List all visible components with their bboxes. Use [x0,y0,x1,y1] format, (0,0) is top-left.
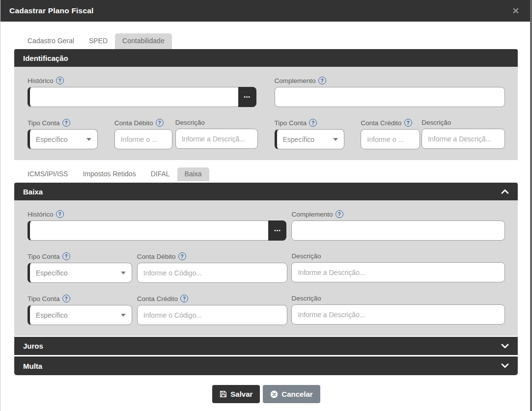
tab-difal[interactable]: DIFAL [143,167,177,181]
baixa-title: Baixa [23,188,43,196]
descricao-credito-input[interactable] [421,129,505,149]
tipo-conta-label: Tipo Conta [28,119,60,127]
descricao-credito-input[interactable] [291,304,505,325]
chevron-down-icon [333,138,338,141]
historico-lookup-button[interactable]: ••• [268,220,286,241]
tipo-conta-debito-select[interactable]: Específico [28,263,132,283]
tab-contabilidade[interactable]: Contabilidade [115,33,172,49]
conta-credito-label: Conta Crédito [361,119,401,127]
help-icon[interactable]: ? [156,119,164,127]
baixa-header[interactable]: Baixa [14,183,518,200]
tipo-conta-credito-select[interactable]: Específico [275,129,345,149]
tipo-conta-debito-select[interactable]: Específico [28,129,98,149]
help-icon[interactable]: ? [178,252,186,260]
window-edge [530,0,532,411]
chevron-down-icon [86,138,91,141]
footer: Salvar Cancelar [0,385,532,403]
chevron-down-icon [501,363,509,368]
help-icon[interactable]: ? [180,295,188,302]
descricao-label: Descrição [175,119,205,126]
tipo-conta-credito-select[interactable]: Específico [28,305,132,325]
juros-title: Juros [23,342,43,350]
accordion-multa[interactable]: Multa [14,356,518,375]
help-icon[interactable]: ? [56,77,64,84]
field-historico: Histórico ? ••• [28,210,286,241]
conta-credito-input[interactable] [361,129,420,149]
save-icon [220,390,227,398]
tab-sped[interactable]: SPED [82,33,115,49]
identificacao-title: Identificação [23,54,68,62]
save-button-label: Salvar [230,390,252,398]
tab-baixa[interactable]: Baixa [177,167,209,181]
help-icon[interactable]: ? [62,252,70,260]
section-baixa: Baixa Histórico ? ••• Complemento ? [14,183,518,336]
help-icon[interactable]: ? [62,295,70,302]
field-conta-debito: Conta Débito ? [114,119,172,149]
descricao-label: Descrição [291,295,321,302]
field-tipo-conta-debito: Tipo Conta ? Específico [28,252,132,283]
chevron-down-icon [121,314,126,317]
field-conta-credito: Conta Crédito ? [361,119,420,149]
tipo-conta-credito-value: Específico [36,311,68,319]
tab-icms-ipi-iss[interactable]: ICMS/IPI/ISS [20,167,75,181]
tipo-conta-debito-value: Específico [36,269,68,277]
section-identificacao: Identificação Histórico ? ••• Complement… [14,49,518,160]
field-conta-credito: Conta Crédito ? [137,295,288,325]
historico-input[interactable] [28,220,286,241]
chevron-down-icon [501,344,509,349]
multa-title: Multa [23,362,42,370]
cancel-icon [270,390,278,398]
historico-lookup-button[interactable]: ••• [238,87,256,107]
tipo-conta-debito-value: Específico [36,136,68,143]
help-icon[interactable]: ? [336,210,343,218]
identificacao-body: Histórico ? ••• Complemento ? Tipo Con [14,67,518,160]
accordion-juros[interactable]: Juros [14,337,518,355]
modal-header: Cadastrar Plano Fiscal ✕ [0,0,532,22]
close-icon[interactable]: ✕ [512,7,519,15]
field-complemento: Complemento ? [291,210,505,241]
complemento-label: Complemento [291,211,333,218]
help-icon[interactable]: ? [62,119,70,127]
descricao-label: Descrição [421,119,451,126]
complemento-input[interactable] [291,220,505,241]
field-tipo-conta-credito: Tipo Conta ? Específico [275,119,345,149]
descricao-debito-input[interactable] [291,262,505,282]
tipo-conta-label: Tipo Conta [275,119,307,127]
field-descricao-credito: Descrição [421,119,505,149]
tab-cadastro-geral[interactable]: Cadastro Geral [20,33,82,49]
conta-credito-input[interactable] [137,305,288,325]
help-icon[interactable]: ? [404,119,412,127]
chevron-down-icon [121,272,126,274]
descricao-debito-input[interactable] [175,129,258,149]
conta-debito-input[interactable] [114,129,172,149]
field-historico: Histórico ? ••• [28,77,256,107]
help-icon[interactable]: ? [56,210,64,218]
tipo-conta-label: Tipo Conta [28,253,60,260]
sub-tabs: ICMS/IPI/ISS Impostos Retidos DIFAL Baix… [20,167,532,181]
historico-label: Histórico [28,211,54,218]
field-conta-debito: Conta Débito ? [137,252,288,283]
cancel-button-label: Cancelar [281,390,312,398]
tab-impostos-retidos[interactable]: Impostos Retidos [75,167,143,181]
descricao-label: Descrição [291,252,321,260]
baixa-body: Histórico ? ••• Complemento ? Tipo Con [14,200,518,336]
historico-input[interactable] [28,87,256,107]
field-descricao-debito: Descrição [175,119,258,149]
conta-debito-label: Conta Débito [114,119,153,127]
field-complemento: Complemento ? [275,77,505,107]
help-icon[interactable]: ? [318,77,326,84]
field-tipo-conta-credito: Tipo Conta ? Específico [28,295,132,325]
complemento-input[interactable] [275,87,505,107]
conta-debito-input[interactable] [137,263,288,283]
field-descricao-credito: Descrição [291,295,505,325]
field-tipo-conta-debito: Tipo Conta ? Específico [28,119,98,149]
chevron-up-icon [501,189,509,194]
main-tabs: Cadastro Geral SPED Contabilidade [20,33,532,49]
tipo-conta-credito-value: Específico [283,136,315,143]
cancel-button[interactable]: Cancelar [263,385,320,403]
field-descricao-debito: Descrição [291,252,505,283]
help-icon[interactable]: ? [309,119,317,127]
save-button[interactable]: Salvar [212,385,260,403]
complemento-label: Complemento [275,77,316,84]
conta-credito-label: Conta Crédito [137,295,178,302]
